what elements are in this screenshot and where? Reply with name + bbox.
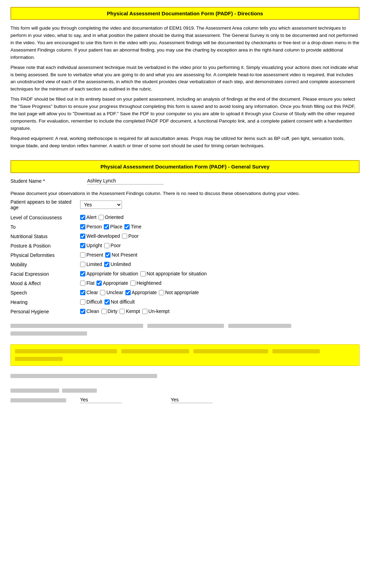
checkbox-7-0[interactable]: [80, 281, 85, 286]
checkbox-label-8-1: Unclear: [106, 290, 123, 295]
checkbox-2-1[interactable]: [122, 234, 127, 239]
directions-para-3: This PADF should be filled out in its en…: [10, 96, 360, 132]
checkbox-8-3[interactable]: [159, 290, 164, 295]
checkbox-item-9-0: Difficult: [80, 299, 102, 305]
checkbox-label-5-0: Limited: [86, 261, 102, 267]
general-survey-section: Physical Assessment Documentation Form (…: [10, 160, 360, 403]
checkbox-item-2-1: Poor: [122, 233, 139, 239]
checkbox-label-8-0: Clear: [86, 290, 98, 295]
checkbox-4-1[interactable]: [105, 252, 110, 258]
checkbox-3-1[interactable]: [104, 243, 109, 248]
checkbox-item-10-2: Kempt: [120, 308, 140, 314]
checkbox-label-8-2: Appropriate: [132, 290, 157, 295]
checkbox-8-0[interactable]: [80, 290, 85, 295]
checkbox-label-2-0: Well-developed: [86, 233, 120, 239]
bottom-field-2-value: Yes: [171, 397, 213, 403]
bottom-field-1: Yes: [80, 397, 122, 403]
checkbox-1-2[interactable]: [124, 224, 130, 229]
checkbox-10-0[interactable]: [80, 309, 85, 314]
assessment-label-4: Physical Deformities: [10, 252, 80, 258]
checkbox-label-5-1: Unlimited: [110, 261, 131, 267]
checkbox-5-1[interactable]: [104, 262, 109, 267]
checkbox-item-3-1: Poor: [104, 243, 121, 248]
assessment-row-2: Nutritional StatusWell-developedPoor: [10, 233, 360, 240]
assessment-findings-8: ClearUnclearAppropriateNot appropriate: [80, 290, 199, 295]
checkbox-item-7-2: Heightened: [130, 280, 162, 286]
checkbox-label-3-1: Poor: [110, 243, 121, 248]
checkbox-0-1[interactable]: [99, 215, 104, 220]
checkbox-label-6-1: Not appropriate for situation: [147, 271, 207, 276]
bottom-label: [10, 397, 80, 403]
checkbox-label-8-3: Not appropriate: [165, 290, 199, 295]
assessment-findings-4: PresentNot Present: [80, 252, 137, 258]
assessment-row-0: Level of ConsciousnessAlertOriented: [10, 214, 360, 221]
checkbox-label-7-1: Appropriate: [103, 280, 128, 286]
bottom-field-1-value: Yes: [80, 397, 122, 403]
checkbox-2-0[interactable]: [80, 234, 85, 239]
checkbox-label-6-0: Appropriate for situation: [86, 271, 138, 276]
directions-body: This form will guide you through complet…: [10, 25, 360, 150]
bottom-section: Yes Yes: [10, 387, 360, 403]
assessment-label-9: Hearing: [10, 299, 80, 305]
checkbox-item-7-1: Appropriate: [97, 280, 128, 286]
checkbox-label-9-1: Not difficult: [111, 299, 135, 305]
checkbox-item-6-1: Not appropriate for situation: [140, 271, 207, 276]
assessment-row-3: Posture & PositionUprightPoor: [10, 242, 360, 249]
checkbox-item-4-1: Not Present: [105, 252, 137, 258]
checkbox-item-1-2: Time: [124, 224, 141, 229]
assessment-label-5: Mobility: [10, 261, 80, 267]
assessment-label-7: Mood & Affect: [10, 280, 80, 286]
assessment-rows-container: Level of ConsciousnessAlertOrientedToPer…: [10, 214, 360, 315]
checkbox-6-1[interactable]: [140, 271, 146, 276]
checkbox-item-10-0: Clean: [80, 308, 99, 314]
checkbox-1-1[interactable]: [104, 224, 109, 229]
student-name-label: Student Name *: [10, 178, 87, 184]
checkbox-5-0[interactable]: [80, 262, 85, 267]
assessment-findings-3: UprightPoor: [80, 243, 121, 248]
bottom-field-2: Yes: [171, 397, 213, 403]
checkbox-item-8-2: Appropriate: [125, 290, 157, 295]
observation-note: Please document your observations in the…: [10, 190, 360, 197]
checkbox-item-0-0: Alert: [80, 214, 97, 220]
field2-label: Yes: [171, 397, 179, 402]
checkbox-label-1-1: Place: [110, 224, 122, 229]
assessment-label-0: Level of Consciousness: [10, 214, 80, 220]
assessment-findings-9: DifficultNot difficult: [80, 299, 135, 305]
checkbox-0-0[interactable]: [80, 215, 85, 220]
checkbox-10-3[interactable]: [142, 309, 147, 314]
checkbox-item-8-1: Unclear: [100, 290, 123, 295]
redacted-block-1: [10, 320, 360, 339]
assessment-label-6: Facial Expression: [10, 271, 80, 277]
checkbox-10-2[interactable]: [120, 309, 125, 314]
checkbox-label-9-0: Difficult: [86, 299, 102, 305]
checkbox-item-1-1: Place: [104, 224, 122, 229]
checkbox-1-0[interactable]: [80, 224, 85, 229]
student-name-value: Ashley Lynch: [87, 178, 164, 185]
checkbox-6-0[interactable]: [80, 271, 85, 276]
checkbox-item-5-0: Limited: [80, 261, 102, 267]
checkbox-9-1[interactable]: [105, 299, 110, 305]
checkbox-label-7-2: Heightened: [137, 280, 162, 286]
checkbox-8-2[interactable]: [125, 290, 131, 295]
checkbox-7-1[interactable]: [97, 281, 102, 286]
assessment-label-10: Personal Hygiene: [10, 308, 80, 314]
checkbox-label-10-2: Kempt: [126, 308, 140, 314]
checkbox-8-1[interactable]: [100, 290, 105, 295]
directions-para-1: This form will guide you through complet…: [10, 25, 360, 61]
checkbox-7-2[interactable]: [130, 281, 136, 286]
bottom-fields-row: Yes Yes: [10, 397, 360, 403]
checkbox-4-0[interactable]: [80, 252, 85, 258]
assessment-label-1: To: [10, 224, 80, 230]
checkbox-3-0[interactable]: [80, 243, 85, 248]
checkbox-9-0[interactable]: [80, 299, 85, 305]
checkbox-10-1[interactable]: [101, 309, 107, 314]
checkbox-item-8-3: Not appropriate: [159, 290, 199, 295]
directions-para-4: Required equipment: A real, working stet…: [10, 135, 360, 150]
patient-age-dropdown[interactable]: Yes No: [80, 201, 122, 209]
checkbox-item-1-0: Person: [80, 224, 102, 229]
checkbox-item-5-1: Unlimited: [104, 261, 131, 267]
directions-header: Physical Assessment Documentation Form (…: [10, 7, 360, 20]
assessment-row-4: Physical DeformitiesPresentNot Present: [10, 251, 360, 259]
patient-age-row: Patient appears to be stated age Yes No: [10, 199, 360, 210]
checkbox-label-10-0: Clean: [86, 308, 99, 314]
